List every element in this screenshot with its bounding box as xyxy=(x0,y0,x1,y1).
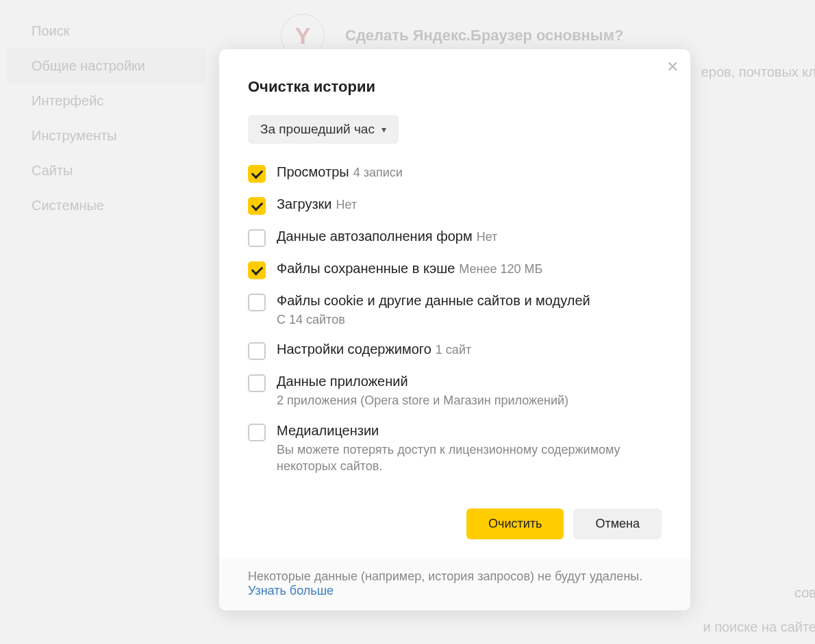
cancel-button[interactable]: Отмена xyxy=(573,508,662,539)
option-label: Данные приложений xyxy=(277,374,408,389)
option-checkbox[interactable] xyxy=(248,342,266,360)
option-label: Данные автозаполнения форм xyxy=(277,229,473,244)
option-checkbox[interactable] xyxy=(248,197,266,215)
option-inline-info: 4 записи xyxy=(353,166,403,179)
option-label: Файлы cookie и другие данные сайтов и мо… xyxy=(277,293,590,308)
option-label: Настройки содержимого xyxy=(277,342,431,357)
option-text: Файлы cookie и другие данные сайтов и мо… xyxy=(277,293,662,328)
option-checkbox[interactable] xyxy=(248,374,266,392)
option-text: Файлы сохраненные в кэшеМенее 120 МБ xyxy=(277,261,662,276)
option-row: МедиалицензииВы можете потерять доступ к… xyxy=(248,423,662,475)
option-row: Просмотры4 записи xyxy=(248,164,662,183)
option-row: Данные автозаполнения формНет xyxy=(248,229,662,247)
option-checkbox[interactable] xyxy=(248,424,266,441)
close-icon[interactable]: ✕ xyxy=(664,59,681,75)
option-label: Файлы сохраненные в кэше xyxy=(277,261,455,276)
option-row: Файлы cookie и другие данные сайтов и мо… xyxy=(248,293,662,328)
option-label: Просмотры xyxy=(277,164,349,179)
option-text: ЗагрузкиНет xyxy=(277,196,662,212)
option-checkbox[interactable] xyxy=(248,294,266,311)
option-subtext: 2 приложения (Opera store и Магазин прил… xyxy=(277,392,662,409)
option-row: Файлы сохраненные в кэшеМенее 120 МБ xyxy=(248,261,662,279)
dialog-title: Очистка истории xyxy=(248,78,662,96)
dialog-actions: Очистить Отмена xyxy=(219,488,690,558)
option-subtext: Вы можете потерять доступ к лицензионном… xyxy=(277,441,662,475)
clear-history-dialog: ✕ Очистка истории За прошедший час ▾ Про… xyxy=(219,49,690,610)
option-text: Данные приложений2 приложения (Opera sto… xyxy=(277,374,662,409)
option-checkbox[interactable] xyxy=(248,229,266,247)
option-inline-info: 1 сайт xyxy=(436,343,471,357)
footer-note: Некоторые данные (например, история запр… xyxy=(248,569,690,584)
option-inline-info: Нет xyxy=(477,230,498,244)
chevron-down-icon: ▾ xyxy=(381,124,386,135)
option-text: Данные автозаполнения формНет xyxy=(277,229,662,244)
option-row: Данные приложений2 приложения (Opera sto… xyxy=(248,374,662,409)
option-inline-info: Менее 120 МБ xyxy=(459,262,542,276)
option-text: Просмотры4 записи xyxy=(277,164,662,180)
learn-more-link[interactable]: Узнать больше xyxy=(248,584,334,597)
option-checkbox[interactable] xyxy=(248,165,266,183)
clear-button[interactable]: Очистить xyxy=(466,508,564,539)
option-row: Настройки содержимого1 сайт xyxy=(248,342,662,360)
option-text: Настройки содержимого1 сайт xyxy=(277,342,662,357)
dialog-footer: Некоторые данные (например, история запр… xyxy=(219,558,690,610)
time-range-label: За прошедший час xyxy=(260,122,375,137)
option-label: Загрузки xyxy=(277,196,332,211)
option-row: ЗагрузкиНет xyxy=(248,196,662,215)
option-text: МедиалицензииВы можете потерять доступ к… xyxy=(277,423,662,475)
option-subtext: С 14 сайтов xyxy=(277,311,662,328)
option-label: Медиалицензии xyxy=(277,423,379,438)
time-range-select[interactable]: За прошедший час ▾ xyxy=(248,115,399,144)
options-list: Просмотры4 записиЗагрузкиНетДанные автоз… xyxy=(248,164,662,474)
option-checkbox[interactable] xyxy=(248,261,266,279)
option-inline-info: Нет xyxy=(336,198,358,211)
